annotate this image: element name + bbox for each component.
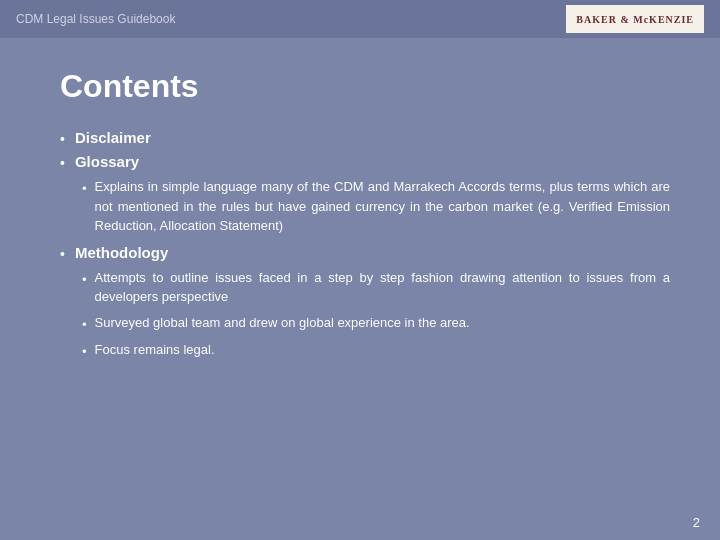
glossary-label: Glossary <box>75 153 139 170</box>
list-item: • Explains in simple language many of th… <box>82 177 670 236</box>
header-title: CDM Legal Issues Guidebook <box>16 12 175 26</box>
main-content: Contents • Disclaimer • Glossary • Expla… <box>0 38 720 390</box>
list-item: • Focus remains legal. <box>82 340 670 362</box>
bullet-icon: • <box>60 246 65 262</box>
header: CDM Legal Issues Guidebook BAKER & McKEN… <box>0 0 720 38</box>
list-item: • Glossary <box>60 153 670 171</box>
bullet-icon: • <box>82 315 87 335</box>
logo-box: BAKER & McKENZIE <box>566 5 704 33</box>
methodology-sub-section: • Attempts to outline issues faced in a … <box>82 268 670 362</box>
list-item: • Surveyed global team and drew on globa… <box>82 313 670 335</box>
list-item: • Disclaimer <box>60 129 670 147</box>
bullet-icon: • <box>60 155 65 171</box>
logo-text: BAKER & McKENZIE <box>576 14 694 25</box>
list-item: • Attempts to outline issues faced in a … <box>82 268 670 307</box>
bullet-icon: • <box>60 131 65 147</box>
bullet-icon: • <box>82 342 87 362</box>
bullet-icon: • <box>82 179 87 199</box>
bullet-icon: • <box>82 270 87 290</box>
page-title: Contents <box>60 68 670 105</box>
disclaimer-label: Disclaimer <box>75 129 151 146</box>
methodology-label: Methodology <box>75 244 168 261</box>
methodology-item-1: Attempts to outline issues faced in a st… <box>95 268 670 307</box>
methodology-item-3: Focus remains legal. <box>95 340 215 360</box>
glossary-sub-section: • Explains in simple language many of th… <box>82 177 670 236</box>
glossary-description: Explains in simple language many of the … <box>95 177 670 236</box>
logo-area: BAKER & McKENZIE <box>566 5 704 33</box>
page-number: 2 <box>693 515 700 530</box>
methodology-item-2: Surveyed global team and drew on global … <box>95 313 470 333</box>
list-item: • Methodology <box>60 244 670 262</box>
